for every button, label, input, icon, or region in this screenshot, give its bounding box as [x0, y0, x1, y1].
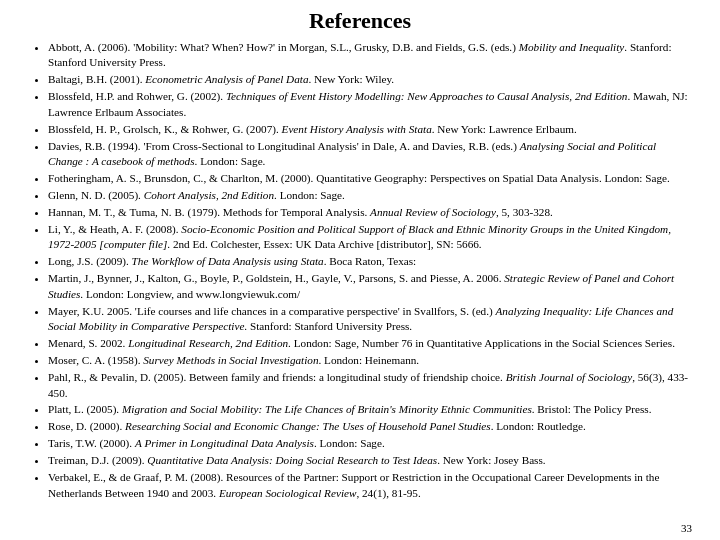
list-item: Martin, J., Bynner, J., Kalton, G., Boyl…	[48, 271, 692, 302]
list-item: Glenn, N. D. (2005). Cohort Analysis, 2n…	[48, 188, 692, 203]
list-item: Fotheringham, A. S., Brunsdon, C., & Cha…	[48, 171, 692, 186]
list-item: Abbott, A. (2006). 'Mobility: What? When…	[48, 40, 692, 71]
list-item: Blossfeld, H.P. and Rohwer, G. (2002). T…	[48, 89, 692, 120]
list-item: Hannan, M. T., & Tuma, N. B. (1979). Met…	[48, 205, 692, 220]
page-title: References	[28, 8, 692, 34]
list-item: Menard, S. 2002. Longitudinal Research, …	[48, 336, 692, 351]
list-item: Pahl, R., & Pevalin, D. (2005). Between …	[48, 370, 692, 401]
list-item: Moser, C. A. (1958). Survey Methods in S…	[48, 353, 692, 368]
list-item: Verbakel, E., & de Graaf, P. M. (2008). …	[48, 470, 692, 501]
page-number: 33	[681, 522, 692, 534]
list-item: Taris, T.W. (2000). A Primer in Longitud…	[48, 436, 692, 451]
list-item: Li, Y., & Heath, A. F. (2008). Socio-Eco…	[48, 222, 692, 253]
list-item: Davies, R.B. (1994). 'From Cross-Section…	[48, 139, 692, 170]
list-item: Long, J.S. (2009). The Workflow of Data …	[48, 254, 692, 269]
list-item: Platt, L. (2005). Migration and Social M…	[48, 402, 692, 417]
list-item: Mayer, K.U. 2005. 'Life courses and life…	[48, 304, 692, 335]
list-item: Rose, D. (2000). Researching Social and …	[48, 419, 692, 434]
list-item: Baltagi, B.H. (2001). Econometric Analys…	[48, 72, 692, 87]
page: References Abbott, A. (2006). 'Mobility:…	[0, 0, 720, 540]
list-item: Blossfeld, H. P., Grolsch, K., & Rohwer,…	[48, 122, 692, 137]
references-list: Abbott, A. (2006). 'Mobility: What? When…	[28, 40, 692, 501]
list-item: Treiman, D.J. (2009). Quantitative Data …	[48, 453, 692, 468]
